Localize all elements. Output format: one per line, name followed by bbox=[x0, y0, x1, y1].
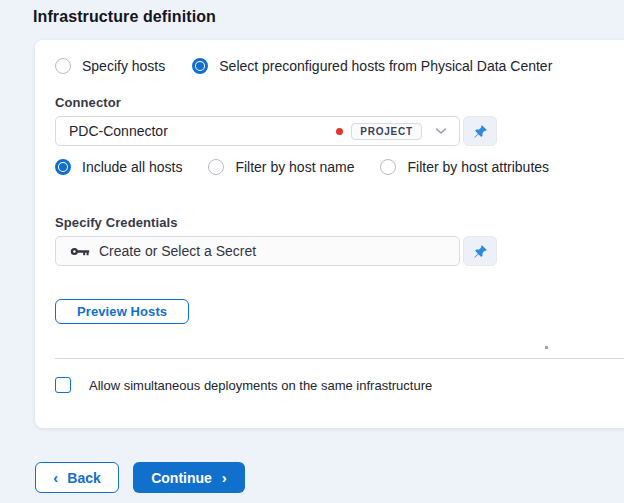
radio-label[interactable]: Filter by host name bbox=[235, 159, 354, 175]
footer-actions: ‹ Back Continue › bbox=[35, 462, 624, 493]
radio-icon[interactable] bbox=[55, 58, 71, 74]
continue-button[interactable]: Continue › bbox=[133, 462, 245, 493]
pin-icon bbox=[473, 244, 488, 259]
back-button-label: Back bbox=[67, 470, 100, 486]
host-filter-radio-group: Include all hosts Filter by host name Fi… bbox=[55, 159, 617, 175]
radio-icon[interactable] bbox=[380, 159, 396, 175]
radio-filter-by-host-attributes[interactable]: Filter by host attributes bbox=[380, 159, 549, 175]
page-title: Infrastructure definition bbox=[0, 0, 624, 26]
connector-pin-button[interactable] bbox=[463, 116, 497, 146]
back-button[interactable]: ‹ Back bbox=[35, 462, 119, 493]
radio-icon[interactable] bbox=[55, 159, 71, 175]
radio-label[interactable]: Include all hosts bbox=[82, 159, 182, 175]
key-icon bbox=[70, 246, 90, 257]
preview-hosts-button[interactable]: Preview Hosts bbox=[55, 299, 189, 324]
connector-label: Connector bbox=[55, 95, 617, 110]
required-dot-icon bbox=[336, 128, 343, 135]
radio-select-preconfigured-hosts[interactable]: Select preconfigured hosts from Physical… bbox=[192, 58, 552, 74]
simultaneous-deployments-row: Allow simultaneous deployments on the sa… bbox=[55, 377, 617, 393]
divider bbox=[55, 358, 624, 359]
continue-button-label: Continue bbox=[151, 470, 212, 486]
host-source-radio-group: Specify hosts Select preconfigured hosts… bbox=[55, 58, 617, 74]
secret-select-field[interactable]: Create or Select a Secret bbox=[55, 236, 460, 266]
scope-badge: PROJECT bbox=[351, 123, 422, 140]
credentials-pin-button[interactable] bbox=[463, 236, 497, 266]
secret-placeholder: Create or Select a Secret bbox=[99, 243, 256, 259]
radio-label[interactable]: Specify hosts bbox=[82, 58, 165, 74]
infrastructure-definition-card: Specify hosts Select preconfigured hosts… bbox=[35, 40, 624, 428]
chevron-left-icon: ‹ bbox=[53, 470, 58, 485]
simultaneous-deployments-checkbox[interactable] bbox=[55, 377, 71, 393]
credentials-field-row: Create or Select a Secret bbox=[55, 236, 617, 266]
radio-filter-by-host-name[interactable]: Filter by host name bbox=[208, 159, 354, 175]
radio-specify-hosts[interactable]: Specify hosts bbox=[55, 58, 165, 74]
radio-icon[interactable] bbox=[208, 159, 224, 175]
stray-mark bbox=[545, 346, 548, 349]
checkbox-label[interactable]: Allow simultaneous deployments on the sa… bbox=[89, 378, 432, 393]
radio-include-all-hosts[interactable]: Include all hosts bbox=[55, 159, 182, 175]
specify-credentials-label: Specify Credentials bbox=[55, 215, 617, 230]
radio-label[interactable]: Filter by host attributes bbox=[407, 159, 549, 175]
connector-field-row: PDC-Connector PROJECT bbox=[55, 116, 617, 146]
radio-label[interactable]: Select preconfigured hosts from Physical… bbox=[219, 58, 552, 74]
connector-input[interactable]: PDC-Connector PROJECT bbox=[55, 116, 460, 146]
connector-value: PDC-Connector bbox=[69, 123, 336, 139]
radio-icon[interactable] bbox=[192, 58, 208, 74]
pin-icon bbox=[473, 124, 488, 139]
chevron-down-icon[interactable] bbox=[431, 127, 451, 135]
chevron-right-icon: › bbox=[222, 470, 227, 485]
